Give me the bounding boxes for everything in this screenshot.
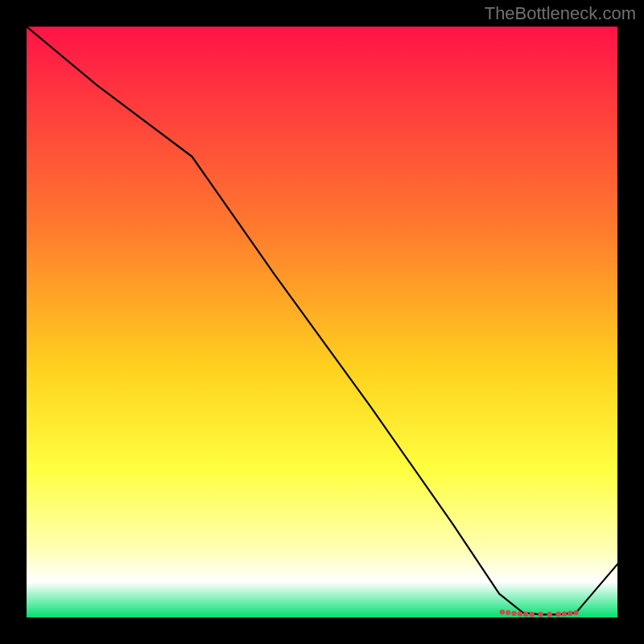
marker-dot bbox=[568, 611, 572, 616]
marker-dot bbox=[506, 610, 510, 615]
marker-dot bbox=[538, 612, 543, 617]
marker-dot bbox=[529, 612, 534, 617]
marker-dot bbox=[555, 612, 560, 617]
marker-dot bbox=[523, 612, 528, 617]
watermark-text: TheBottleneck.com bbox=[485, 3, 636, 24]
gradient-bg bbox=[27, 27, 617, 617]
marker-dot bbox=[547, 612, 551, 617]
marker-dot bbox=[573, 610, 578, 615]
marker-dot bbox=[500, 609, 505, 614]
marker-dot bbox=[518, 611, 522, 616]
plot-area bbox=[27, 27, 617, 617]
marker-dot bbox=[562, 611, 567, 616]
marker-dot bbox=[511, 611, 516, 616]
chart-stage: TheBottleneck.com bbox=[0, 0, 644, 644]
chart-svg bbox=[27, 27, 617, 617]
